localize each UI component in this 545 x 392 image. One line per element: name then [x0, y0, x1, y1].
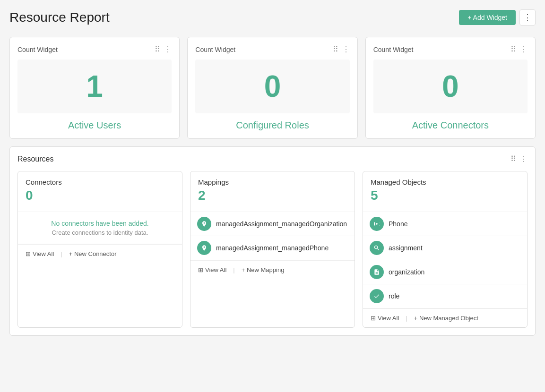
- widget-header-actions-3: ⠿ ⋮: [510, 45, 528, 54]
- count-widget-configured-roles: Count Widget ⠿ ⋮ 0 Configured Roles: [187, 37, 357, 139]
- mo-new[interactable]: + New Managed Object: [414, 315, 478, 322]
- connectors-count: 0: [26, 188, 174, 203]
- mo-icon-organization: [370, 265, 384, 279]
- header-actions: + Add Widget ⋮: [459, 9, 536, 26]
- mo-footer: ⊞ View All | + New Managed Object: [363, 308, 527, 327]
- count-widget-active-users: Count Widget ⠿ ⋮ 1 Active Users: [9, 37, 180, 139]
- drag-icon-3[interactable]: ⠿: [510, 45, 516, 54]
- connectors-header: Connectors 0: [18, 171, 182, 212]
- count-widget-active-connectors: Count Widget ⠿ ⋮ 0 Active Connectors: [365, 37, 536, 139]
- resources-section: Resources ⠿ ⋮ Connectors 0 No connectors…: [9, 146, 536, 336]
- active-connectors-label: Active Connectors: [373, 120, 528, 131]
- mo-name-organization: organization: [389, 268, 424, 276]
- mappings-view-all[interactable]: ⊞ View All: [198, 266, 226, 273]
- connectors-new[interactable]: + New Connector: [69, 250, 117, 257]
- managed-objects-title: Managed Objects: [371, 178, 519, 186]
- connectors-separator: |: [61, 250, 62, 257]
- mapping-icon-1: [197, 217, 211, 231]
- list-item: role: [363, 284, 527, 308]
- managed-objects-count: 5: [371, 188, 519, 203]
- configured-roles-label: Configured Roles: [195, 120, 349, 131]
- mo-name-phone: Phone: [389, 220, 407, 228]
- mo-name-role: role: [389, 292, 399, 300]
- count-widget-label-2: Count Widget: [195, 46, 235, 53]
- configured-roles-count: 0: [195, 60, 349, 113]
- managed-objects-header: Managed Objects 5: [363, 171, 527, 212]
- connectors-footer: ⊞ View All | + New Connector: [18, 244, 182, 263]
- widget-kebab-2[interactable]: ⋮: [342, 45, 350, 54]
- widget-header-configured-roles: Count Widget ⠿ ⋮: [195, 45, 349, 54]
- active-users-count: 1: [17, 60, 172, 113]
- count-widget-label-1: Count Widget: [17, 46, 58, 53]
- drag-icon-1[interactable]: ⠿: [155, 45, 160, 54]
- mappings-new[interactable]: + New Mapping: [242, 266, 285, 273]
- mappings-header: Mappings 2: [190, 171, 355, 212]
- connectors-empty-title: No connectors have been added.: [26, 220, 174, 227]
- list-item: assignment: [363, 236, 527, 260]
- widget-kebab-1[interactable]: ⋮: [164, 45, 172, 54]
- mapping-icon-2: [197, 241, 211, 255]
- resources-grid: Connectors 0 No connectors have been add…: [17, 171, 528, 328]
- connectors-card: Connectors 0 No connectors have been add…: [17, 171, 182, 328]
- mo-view-all[interactable]: ⊞ View All: [371, 315, 399, 322]
- add-widget-button[interactable]: + Add Widget: [459, 10, 516, 25]
- connectors-empty: No connectors have been added. Create co…: [18, 212, 182, 244]
- widget-header-actions-2: ⠿ ⋮: [333, 45, 350, 54]
- active-connectors-count: 0: [373, 60, 528, 113]
- mappings-separator: |: [233, 266, 234, 273]
- resources-title: Resources: [17, 155, 53, 163]
- page-title: Resource Report: [9, 10, 110, 25]
- page-kebab-button[interactable]: ⋮: [519, 9, 536, 26]
- list-item: managedAssignment_managedOrganization: [190, 212, 355, 236]
- mo-icon-phone: [370, 217, 384, 231]
- list-item: organization: [363, 260, 527, 284]
- mo-icon-assignment: [370, 241, 384, 255]
- connectors-view-all[interactable]: ⊞ View All: [26, 250, 54, 257]
- resources-kebab[interactable]: ⋮: [520, 154, 528, 163]
- resources-drag-icon[interactable]: ⠿: [510, 154, 516, 163]
- managed-objects-card: Managed Objects 5 Phone assignment: [363, 171, 528, 328]
- grid-icon-mo: ⊞: [371, 315, 376, 322]
- widget-header-active-users: Count Widget ⠿ ⋮: [17, 45, 172, 54]
- count-widgets-row: Count Widget ⠿ ⋮ 1 Active Users Count Wi…: [9, 37, 536, 139]
- mappings-footer: ⊞ View All | + New Mapping: [190, 260, 355, 279]
- mapping-name-1: managedAssignment_managedOrganization: [216, 220, 347, 228]
- resources-header: Resources ⠿ ⋮: [17, 154, 528, 163]
- mo-name-assignment: assignment: [389, 244, 423, 252]
- count-widget-label-3: Count Widget: [373, 46, 414, 53]
- list-item: managedAssignment_managedPhone: [190, 236, 355, 260]
- mapping-name-2: managedAssignment_managedPhone: [216, 244, 329, 252]
- mo-icon-role: [370, 289, 384, 303]
- mappings-title: Mappings: [198, 178, 347, 186]
- connectors-title: Connectors: [26, 178, 174, 186]
- widget-kebab-3[interactable]: ⋮: [520, 45, 528, 54]
- active-users-label: Active Users: [17, 120, 172, 131]
- widget-header-actions-1: ⠿ ⋮: [155, 45, 172, 54]
- page-header: Resource Report + Add Widget ⋮: [9, 9, 536, 26]
- list-item: Phone: [363, 212, 527, 236]
- drag-icon-2[interactable]: ⠿: [333, 45, 338, 54]
- grid-icon-mappings: ⊞: [198, 266, 203, 273]
- mappings-card: Mappings 2 managedAssignment_managedOrga…: [190, 171, 355, 328]
- grid-icon-connectors: ⊞: [26, 250, 31, 257]
- resources-header-actions: ⠿ ⋮: [510, 154, 528, 163]
- mappings-count: 2: [198, 188, 347, 203]
- svg-point-0: [376, 223, 377, 224]
- mo-separator: |: [406, 315, 407, 322]
- widget-header-active-connectors: Count Widget ⠿ ⋮: [373, 45, 528, 54]
- connectors-empty-subtitle: Create connections to identity data.: [26, 229, 174, 236]
- kebab-icon: ⋮: [523, 12, 532, 23]
